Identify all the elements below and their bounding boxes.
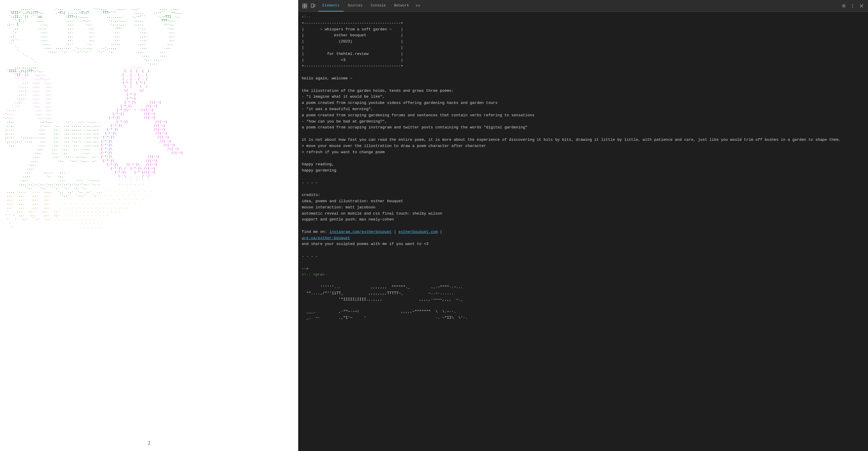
devtools-device-icon[interactable] (309, 2, 317, 10)
tab-elements[interactable]: Elements (318, 0, 344, 11)
ascii-art-content: ,,,,,·. .·,,, ,,,. ···,,,, .,,,. ,,,· ,,… (0, 0, 298, 451)
svg-rect-3 (305, 6, 307, 8)
svg-point-10 (852, 7, 853, 7)
tab-sources[interactable]: Sources (344, 0, 367, 11)
devtools-tabs: Elements Sources Console Network >> (318, 0, 423, 11)
devtools-close-icon[interactable] (857, 2, 866, 10)
ascii-art-panel: ,,,,,·. .·,,, ,,,. ···,,,, .,,,. ,,,· ,,… (0, 0, 298, 451)
tab-more[interactable]: >> (413, 0, 423, 11)
tab-console[interactable]: Console (367, 0, 390, 11)
devtools-settings-icon[interactable] (840, 2, 848, 10)
devtools-inspect-icon[interactable] (301, 2, 309, 10)
devtools-more-icon[interactable] (848, 2, 857, 10)
svg-rect-5 (314, 4, 315, 7)
tab-network[interactable]: Network (390, 0, 413, 11)
devtools-toolbar: Elements Sources Console Network >> (298, 0, 868, 12)
svg-point-8 (852, 4, 853, 4)
devtools-content[interactable]: <!-- +----------------------------------… (298, 12, 868, 451)
svg-rect-0 (303, 4, 304, 6)
page-number: ? (148, 440, 150, 445)
svg-rect-1 (305, 4, 307, 6)
svg-point-9 (852, 5, 853, 6)
svg-point-6 (312, 6, 313, 7)
devtools-panel: Elements Sources Console Network >> (298, 0, 868, 451)
svg-rect-2 (303, 6, 304, 8)
svg-point-7 (843, 5, 845, 6)
devtools-right-icons (840, 2, 866, 10)
